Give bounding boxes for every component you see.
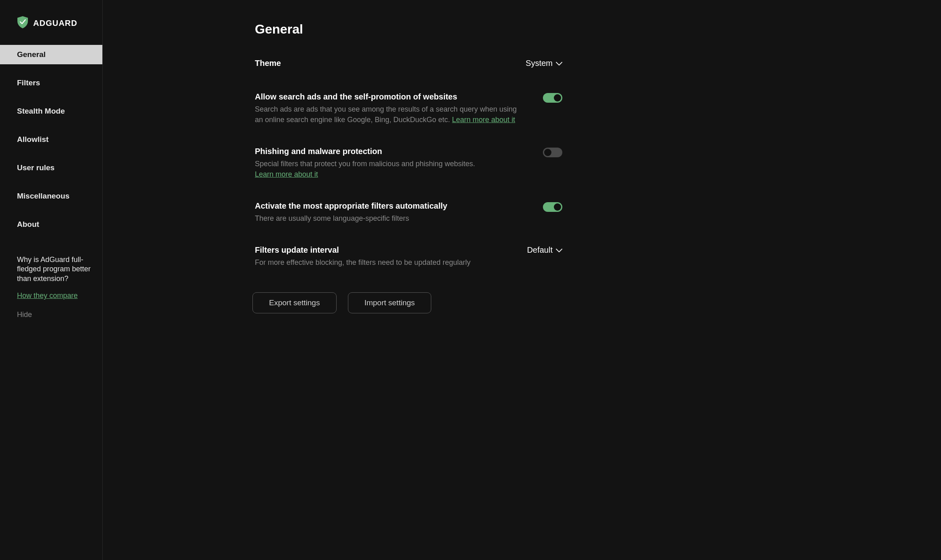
settings-buttons: Export settings Import settings — [252, 292, 562, 313]
search-ads-title: Allow search ads and the self-promotion … — [255, 92, 527, 101]
toggle-knob — [544, 149, 551, 156]
nav-item-filters[interactable]: Filters — [0, 73, 102, 93]
theme-row: Theme System — [255, 59, 562, 70]
update-interval-desc: For more effective blocking, the filters… — [255, 257, 511, 268]
nav-item-stealth-mode[interactable]: Stealth Mode — [0, 101, 102, 121]
search-ads-desc: Search ads are ads that you see among th… — [255, 104, 527, 125]
search-ads-learn-more-link[interactable]: Learn more about it — [452, 116, 515, 124]
page-title: General — [255, 22, 562, 37]
auto-filters-title: Activate the most appropriate filters au… — [255, 201, 527, 211]
theme-label: Theme — [255, 59, 509, 68]
chevron-down-icon — [556, 59, 562, 68]
phishing-desc: Special filters that protect you from ma… — [255, 158, 527, 180]
brand-logo: ADGUARD — [0, 0, 102, 45]
promo-text: Why is AdGuard full-fledged program bett… — [17, 255, 94, 283]
promo-hide-link[interactable]: Hide — [17, 311, 94, 319]
nav-item-user-rules[interactable]: User rules — [0, 158, 102, 178]
toggle-knob — [554, 94, 561, 101]
sidebar: ADGUARD General Filters Stealth Mode All… — [0, 0, 103, 560]
phishing-row: Phishing and malware protection Special … — [255, 147, 562, 180]
update-interval-row: Filters update interval For more effecti… — [255, 245, 562, 268]
auto-filters-row: Activate the most appropriate filters au… — [255, 201, 562, 224]
phishing-title: Phishing and malware protection — [255, 147, 527, 156]
shield-icon — [17, 16, 28, 30]
update-interval-select[interactable]: Default — [527, 245, 562, 255]
nav-item-allowlist[interactable]: Allowlist — [0, 130, 102, 149]
auto-filters-desc: There are usually some language-specific… — [255, 213, 527, 224]
promo-block: Why is AdGuard full-fledged program bett… — [0, 243, 102, 319]
sidebar-nav: General Filters Stealth Mode Allowlist U… — [0, 45, 102, 243]
export-settings-button[interactable]: Export settings — [252, 292, 337, 313]
search-ads-row: Allow search ads and the self-promotion … — [255, 92, 562, 125]
app-root: ADGUARD General Filters Stealth Mode All… — [0, 0, 941, 560]
update-interval-title: Filters update interval — [255, 245, 511, 255]
toggle-knob — [554, 203, 561, 211]
theme-select[interactable]: System — [526, 59, 562, 68]
promo-compare-link[interactable]: How they compare — [17, 292, 78, 300]
brand-text: ADGUARD — [33, 19, 77, 28]
phishing-learn-more-link[interactable]: Learn more about it — [255, 170, 318, 178]
nav-item-about[interactable]: About — [0, 215, 102, 234]
phishing-toggle[interactable] — [543, 148, 562, 157]
chevron-down-icon — [556, 245, 562, 255]
nav-item-general[interactable]: General — [0, 45, 102, 64]
update-interval-value: Default — [527, 245, 553, 255]
nav-item-miscellaneous[interactable]: Miscellaneous — [0, 186, 102, 206]
auto-filters-toggle[interactable] — [543, 202, 562, 212]
search-ads-toggle[interactable] — [543, 93, 562, 103]
import-settings-button[interactable]: Import settings — [348, 292, 432, 313]
theme-value: System — [526, 59, 553, 68]
main-content: General Theme System Allow search ads an… — [103, 0, 941, 560]
